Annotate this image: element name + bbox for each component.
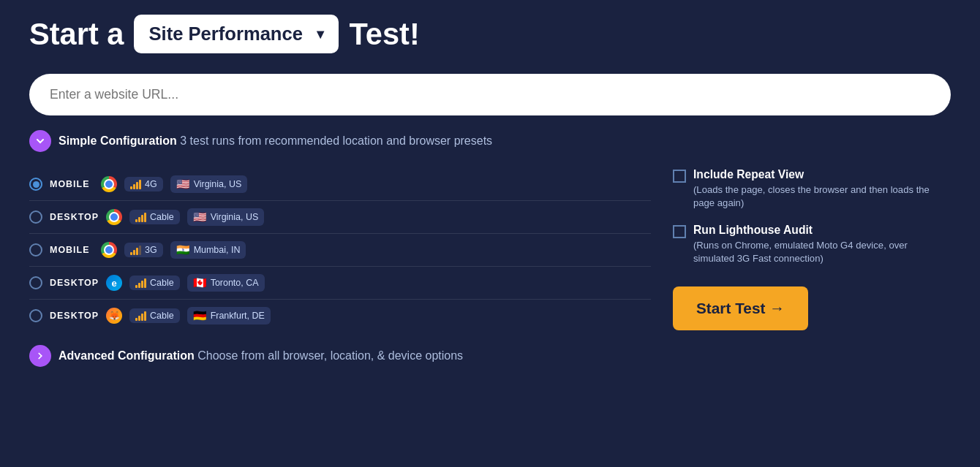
test-options: MOBILE 4G 🇺🇸 Virginia, US DESKTOP Cable … <box>29 168 651 332</box>
device-label: DESKTOP <box>50 212 99 222</box>
test-row[interactable]: DESKTOP e Cable 🇨🇦 Toronto, CA <box>29 267 651 300</box>
advanced-config-bold: Advanced Configuration <box>59 349 195 362</box>
firefox-icon: 🦊 <box>106 308 122 324</box>
test-type-dropdown[interactable]: Site Performance ▾ <box>134 15 339 53</box>
location-badge: 🇨🇦 Toronto, CA <box>187 274 265 292</box>
start-text: Start a <box>29 17 124 52</box>
advanced-config-toggle[interactable] <box>29 345 51 367</box>
dropdown-label: Site Performance <box>148 23 303 45</box>
device-label: DESKTOP <box>50 311 99 321</box>
checkbox-desc-lighthouse: (Runs on Chrome, emulated Moto G4 device… <box>693 239 951 266</box>
checkbox-label-repeat-view: Include Repeat View (Loads the page, clo… <box>693 168 951 210</box>
checkbox-label-lighthouse: Run Lighthouse Audit (Runs on Chrome, em… <box>693 224 951 266</box>
checkbox-desc-repeat-view: (Loads the page, closes the browser and … <box>693 183 951 210</box>
test-row[interactable]: DESKTOP 🦊 Cable 🇩🇪 Frankfurt, DE <box>29 300 651 332</box>
connection-badge: Cable <box>129 276 180 290</box>
location-badge: 🇺🇸 Virginia, US <box>187 208 265 226</box>
test-row[interactable]: DESKTOP Cable 🇺🇸 Virginia, US <box>29 201 651 234</box>
chevron-down-icon: ▾ <box>317 26 324 42</box>
device-label: MOBILE <box>50 245 94 255</box>
connection-badge: Cable <box>129 210 180 224</box>
advanced-config-normal: Choose from all browser, location, & dev… <box>195 349 463 362</box>
location-label: Virginia, US <box>194 179 242 189</box>
chrome-icon <box>101 242 117 258</box>
location-label: Mumbai, IN <box>194 245 241 255</box>
simple-config-bold: Simple Configuration <box>59 134 177 147</box>
chrome-icon <box>106 209 122 225</box>
flag-icon: 🇩🇪 <box>193 309 207 322</box>
edge-icon: e <box>106 275 122 291</box>
location-badge: 🇩🇪 Frankfurt, DE <box>187 307 271 324</box>
location-label: Virginia, US <box>211 212 259 222</box>
checkbox-title-repeat-view: Include Repeat View <box>693 168 951 181</box>
checkbox-lighthouse[interactable] <box>673 225 686 238</box>
device-label: MOBILE <box>50 179 94 189</box>
signal-icon <box>130 245 141 255</box>
header-row: Start a Site Performance ▾ Test! <box>29 15 951 53</box>
advanced-config-label: Advanced Configuration Choose from all b… <box>59 349 463 362</box>
simple-config-label: Simple Configuration 3 test runs from re… <box>59 134 492 148</box>
location-label: Frankfurt, DE <box>211 311 265 321</box>
connection-label: 4G <box>145 179 157 189</box>
url-input[interactable] <box>29 74 951 115</box>
checkbox-row-repeat-view: Include Repeat View (Loads the page, clo… <box>673 168 951 210</box>
radio-button[interactable] <box>29 178 42 191</box>
flag-icon: 🇮🇳 <box>176 243 190 257</box>
signal-icon <box>135 311 146 321</box>
checkbox-row-lighthouse: Run Lighthouse Audit (Runs on Chrome, em… <box>673 224 951 266</box>
test-row[interactable]: MOBILE 3G 🇮🇳 Mumbai, IN <box>29 234 651 267</box>
connection-label: Cable <box>150 212 174 222</box>
connection-badge: Cable <box>129 308 180 323</box>
connection-badge: 3G <box>124 243 163 257</box>
connection-label: Cable <box>150 278 174 288</box>
connection-badge: 4G <box>124 177 163 191</box>
main-content: MOBILE 4G 🇺🇸 Virginia, US DESKTOP Cable … <box>29 168 951 332</box>
radio-button[interactable] <box>29 309 42 322</box>
radio-button[interactable] <box>29 210 42 224</box>
signal-icon <box>135 278 146 288</box>
test-row[interactable]: MOBILE 4G 🇺🇸 Virginia, US <box>29 168 651 201</box>
simple-config-toggle[interactable] <box>29 130 51 152</box>
chrome-icon <box>101 176 117 192</box>
signal-icon <box>130 179 141 189</box>
signal-icon <box>135 212 146 222</box>
connection-label: 3G <box>145 245 157 255</box>
radio-button[interactable] <box>29 276 42 289</box>
right-panel: Include Repeat View (Loads the page, clo… <box>673 168 951 330</box>
start-test-button[interactable]: Start Test → <box>673 286 808 330</box>
flag-icon: 🇺🇸 <box>193 210 207 224</box>
url-input-row <box>29 74 951 115</box>
test-text: Test! <box>349 17 419 52</box>
location-label: Toronto, CA <box>211 278 259 288</box>
location-badge: 🇺🇸 Virginia, US <box>170 175 248 193</box>
advanced-config-row: Advanced Configuration Choose from all b… <box>29 345 951 367</box>
simple-config-row: Simple Configuration 3 test runs from re… <box>29 130 951 152</box>
simple-config-normal: 3 test runs from recommended location an… <box>177 134 492 147</box>
device-label: DESKTOP <box>50 278 99 288</box>
location-badge: 🇮🇳 Mumbai, IN <box>170 241 246 259</box>
flag-icon: 🇨🇦 <box>193 276 207 289</box>
checkbox-repeat-view[interactable] <box>673 170 686 183</box>
flag-icon: 🇺🇸 <box>176 178 190 191</box>
checkbox-title-lighthouse: Run Lighthouse Audit <box>693 224 951 237</box>
radio-button[interactable] <box>29 243 42 257</box>
connection-label: Cable <box>150 311 174 321</box>
